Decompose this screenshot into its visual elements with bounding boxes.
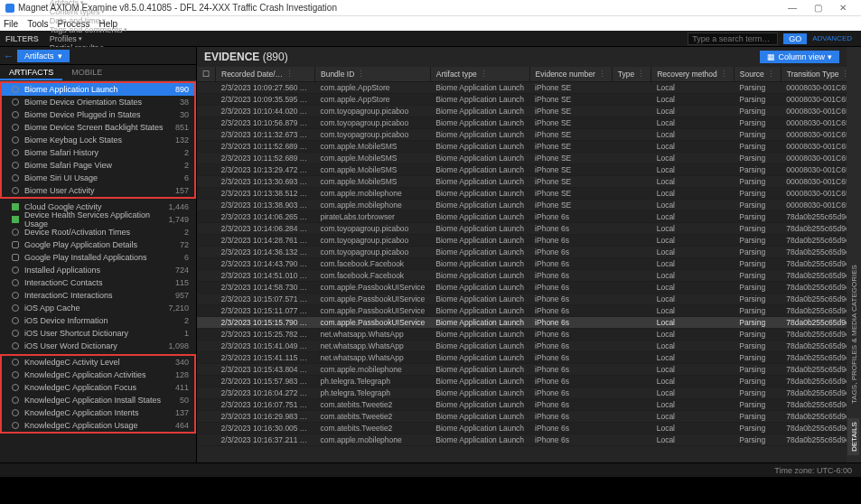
table-row[interactable]: 2/3/2023 10:15:41.115 AMnet.whatsapp.Wha…	[197, 352, 847, 364]
sidebar-item[interactable]: Biome Application Launch890	[2, 83, 194, 96]
sidebar-item[interactable]: KnowledgeC Application Usage464	[2, 419, 194, 432]
cell: ph.telegra.Telegraph	[315, 376, 431, 387]
table-row[interactable]: 2/3/2023 10:15:43.804 AMcom.apple.mobile…	[197, 364, 847, 376]
sidebar-item[interactable]: Google Play Application Details72	[2, 238, 194, 251]
table-row[interactable]: 2/3/2023 10:14:06.284 AMcom.toyopagroup.…	[197, 223, 847, 235]
column-menu-icon[interactable]: ⋮	[598, 70, 606, 79]
column-header[interactable]: Evidence number⋮	[529, 67, 612, 82]
sidebar-item-count: 2	[184, 148, 189, 157]
column-menu-icon[interactable]: ⋮	[357, 70, 365, 79]
sidebar-tab-artifacts[interactable]: ARTIFACTS	[0, 65, 62, 80]
sidebar-item[interactable]: Biome Device Plugged in States30	[2, 108, 194, 121]
table-row[interactable]: 2/3/2023 10:15:41.049 AMnet.whatsapp.Wha…	[197, 341, 847, 352]
table-row[interactable]: 2/3/2023 10:15:11.077 AMcom.apple.Passbo…	[197, 305, 847, 317]
column-view-button[interactable]: ▦ Column view ▾	[760, 51, 839, 63]
table-row[interactable]: 2/3/2023 10:09:35.595 AMcom.apple.AppSto…	[197, 94, 847, 106]
table-row[interactable]: 2/3/2023 10:15:07.571 AMcom.apple.Passbo…	[197, 294, 847, 305]
table-row[interactable]: 2/3/2023 10:11:52.689 AMcom.apple.Mobile…	[197, 141, 847, 153]
menu-file[interactable]: File	[4, 19, 18, 29]
sidebar-item[interactable]: iOS App Cache7,210	[2, 302, 194, 314]
table-row[interactable]: 2/3/2023 10:09:27.560 AMcom.apple.AppSto…	[197, 82, 847, 94]
table-row[interactable]: 2/3/2023 10:14:51.010 AMcom.facebook.Fac…	[197, 270, 847, 282]
table-row[interactable]: 2/3/2023 10:15:25.782 AMnet.whatsapp.Wha…	[197, 329, 847, 341]
sidebar-item[interactable]: Installed Applications724	[2, 264, 194, 276]
table-row[interactable]: 2/3/2023 10:16:29.983 AMcom.atebits.Twee…	[197, 411, 847, 423]
advanced-button[interactable]: ADVANCED	[809, 34, 856, 42]
evidence-title: EVIDENCE (890)	[204, 51, 288, 63]
sidebar-item[interactable]: iOS Device Information2	[2, 314, 194, 327]
table-row[interactable]: 2/3/2023 10:16:30.005 AMcom.atebits.Twee…	[197, 423, 847, 434]
table-row[interactable]: 2/3/2023 10:13:38.903 AMcom.apple.mobile…	[197, 200, 847, 211]
table-row[interactable]: 2/3/2023 10:13:38.512 AMcom.apple.mobile…	[197, 188, 847, 200]
filter-tags-and-comments[interactable]: Tags and comments▾	[46, 25, 144, 34]
artifact-icon	[11, 383, 20, 392]
table-row[interactable]: 2/3/2023 10:16:07.751 AMcom.atebits.Twee…	[197, 399, 847, 411]
table-row[interactable]: 2/3/2023 10:16:04.272 AMph.telegra.Teleg…	[197, 387, 847, 399]
sidebar-item[interactable]: Biome User Activity157	[2, 184, 194, 197]
evidence-grid[interactable]: ☐Recorded Date/…⋮Bundle ID⋮Artifact type…	[197, 67, 847, 462]
sidebar-item[interactable]: KnowledgeC Application Focus411	[2, 381, 194, 394]
filter-content-types[interactable]: Content types▾	[46, 7, 144, 16]
sidebar-item[interactable]: KnowledgeC Application Intents137	[2, 406, 194, 419]
sidebar-item[interactable]: Biome Safari Page View2	[2, 159, 194, 172]
sidebar-item[interactable]: Google Play Installed Applications6	[2, 251, 194, 264]
artifacts-dropdown[interactable]: Artifacts ▾	[17, 50, 70, 62]
sidebar-item[interactable]: InteractionC Interactions957	[2, 289, 194, 302]
cell: iPhone SE	[529, 117, 612, 129]
column-header[interactable]: Transition Type⋮	[781, 67, 847, 82]
column-menu-icon[interactable]: ⋮	[637, 70, 645, 79]
sidebar-item[interactable]: Biome Device Screen Backlight States851	[2, 121, 194, 134]
table-row[interactable]: 2/3/2023 10:14:43.790 AMcom.facebook.Fac…	[197, 258, 847, 270]
cell: 2/3/2023 10:10:44.020 AM	[216, 106, 315, 117]
sidebar-item[interactable]: Device Health Services Application Usage…	[2, 213, 194, 226]
table-row[interactable]: 2/3/2023 10:13:30.693 AMcom.apple.Mobile…	[197, 176, 847, 188]
sidebar-item[interactable]: Biome Keybag Lock States132	[2, 134, 194, 146]
sidebar-item[interactable]: KnowledgeC Application Install States50	[2, 394, 194, 406]
minimize-button[interactable]: —	[780, 3, 805, 13]
table-row[interactable]: 2/3/2023 10:10:44.020 AMcom.toyopagroup.…	[197, 106, 847, 117]
close-button[interactable]: ✕	[830, 3, 856, 13]
table-row[interactable]: 2/3/2023 10:15:57.983 AMph.telegra.Teleg…	[197, 376, 847, 387]
sidebar-item[interactable]: KnowledgeC Application Activities128	[2, 369, 194, 381]
column-menu-icon[interactable]: ⋮	[767, 70, 775, 79]
sidebar-item[interactable]: iOS User Word Dictionary1,098	[2, 340, 194, 352]
column-header[interactable]: Recorded Date/…⋮	[216, 67, 315, 82]
table-row[interactable]: 2/3/2023 10:13:29.472 AMcom.apple.Mobile…	[197, 164, 847, 176]
column-header[interactable]: Type⋮	[612, 67, 650, 82]
table-row[interactable]: 2/3/2023 10:14:28.761 AMcom.toyopagroup.…	[197, 235, 847, 247]
rail-tab-tags[interactable]: TAGS, PROFILES & MEDIA CATEGORIES	[848, 261, 860, 407]
sidebar-item[interactable]: Biome Safari History2	[2, 146, 194, 159]
sidebar-item-label: KnowledgeC Application Intents	[24, 408, 139, 417]
table-row[interactable]: 2/3/2023 10:16:37.211 AMcom.apple.mobile…	[197, 434, 847, 446]
search-input[interactable]	[688, 33, 778, 45]
table-row[interactable]: 2/3/2023 10:14:06.265 AMpirateLabs.torbr…	[197, 211, 847, 223]
sidebar-item[interactable]: Biome Siri UI Usage6	[2, 172, 194, 184]
table-row[interactable]: 2/3/2023 10:10:56.879 AMcom.toyopagroup.…	[197, 117, 847, 129]
filter-profiles[interactable]: Profiles▾	[46, 34, 144, 43]
filter-artifacts[interactable]: Artifacts▾	[46, 0, 144, 7]
column-header[interactable]: Artifact type⋮	[430, 67, 529, 82]
column-header[interactable]: Source⋮	[734, 67, 781, 82]
table-row[interactable]: 2/3/2023 10:11:52.689 AMcom.apple.Mobile…	[197, 153, 847, 164]
filter-date-and-time[interactable]: Date and time▾	[46, 16, 144, 25]
table-row[interactable]: 2/3/2023 10:14:36.132 AMcom.toyopagroup.…	[197, 247, 847, 258]
sidebar-tab-mobile[interactable]: MOBILE	[62, 65, 111, 80]
checkbox-header[interactable]: ☐	[202, 70, 210, 79]
column-menu-icon[interactable]: ⋮	[285, 70, 294, 79]
sidebar-item[interactable]: iOS User Shortcut Dictionary1	[2, 327, 194, 340]
table-row[interactable]: 2/3/2023 10:15:15.790 AMcom.apple.Passbo…	[197, 317, 847, 329]
go-button[interactable]: GO	[783, 33, 807, 44]
column-header[interactable]: Recovery method⋮	[651, 67, 735, 82]
table-row[interactable]: 2/3/2023 10:14:58.730 AMcom.apple.Passbo…	[197, 282, 847, 294]
back-button[interactable]: ←	[4, 51, 14, 61]
artifact-list[interactable]: Biome Application Launch890Biome Device …	[0, 81, 196, 462]
column-menu-icon[interactable]: ⋮	[480, 70, 488, 79]
maximize-button[interactable]: ▢	[805, 3, 830, 13]
sidebar-item[interactable]: InteractionC Contacts115	[2, 276, 194, 289]
sidebar-item[interactable]: KnowledgeC Activity Level340	[2, 356, 194, 369]
rail-tab-details[interactable]: DETAILS	[848, 418, 860, 455]
sidebar-item[interactable]: Biome Device Orientation States38	[2, 96, 194, 108]
table-row[interactable]: 2/3/2023 10:11:32.673 AMcom.toyopagroup.…	[197, 129, 847, 141]
column-header[interactable]: Bundle ID⋮	[315, 67, 431, 82]
column-menu-icon[interactable]: ⋮	[720, 70, 728, 79]
